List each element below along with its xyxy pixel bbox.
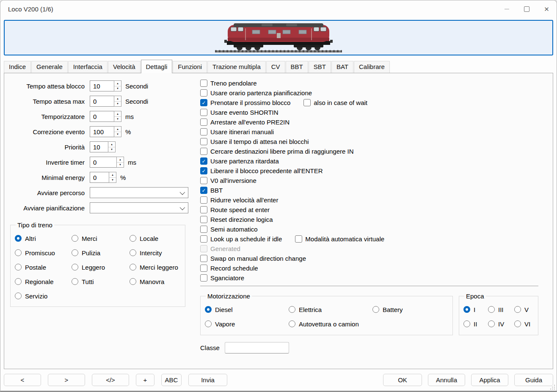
motor-option-elettrica[interactable]: Elettrica — [289, 305, 372, 314]
tab-interfaccia[interactable]: Interfaccia — [68, 61, 108, 73]
spin-up-icon[interactable]: ▲ — [109, 172, 116, 178]
radio-icon[interactable] — [72, 278, 78, 285]
train-type-option-postale[interactable]: Postale — [15, 262, 72, 272]
semi-automatico-checkbox[interactable] — [200, 226, 207, 233]
correzione-evento-value[interactable]: 100 — [90, 126, 114, 137]
record-schedule-label[interactable]: Record schedule — [210, 265, 258, 272]
motor-option-autovettura-o-camion[interactable]: Autovettura o camion — [289, 319, 372, 329]
usare-orario-partenza-pianificazione-label[interactable]: Usare orario partenza pianificazione — [210, 89, 312, 97]
radio-icon[interactable] — [130, 249, 136, 256]
tab-indice[interactable]: Indice — [4, 61, 31, 73]
sganciatore-label[interactable]: Sganciatore — [210, 274, 244, 282]
ok-button[interactable]: OK — [383, 374, 422, 386]
applica-button[interactable]: Applica — [471, 374, 508, 386]
temporizzatore-value[interactable]: 0 — [90, 111, 114, 122]
radio-icon[interactable] — [205, 306, 212, 313]
radio-icon[interactable] — [130, 264, 136, 271]
train-type-option-promiscuo[interactable]: Promiscuo — [15, 248, 72, 257]
semi-automatico-label[interactable]: Semi automatico — [210, 226, 258, 233]
invertire-timer-spinner[interactable]: 0▲▼ — [90, 157, 124, 168]
look-up-a-schedule-if-idle-label[interactable]: Look up a schedule if idle — [210, 235, 282, 243]
spin-down-icon[interactable]: ▼ — [114, 132, 121, 137]
route-speed-at-enter-checkbox[interactable] — [200, 206, 207, 213]
tab-generale[interactable]: Generale — [31, 61, 68, 73]
avviare-percorso-combobox[interactable] — [90, 187, 188, 198]
arrestare-all-evento-pre2in-label[interactable]: Arrestare all'evento PRE2IN — [210, 119, 290, 126]
radio-icon[interactable] — [289, 306, 295, 313]
usare-itinerari-manuali-label[interactable]: Usare itinerari manuali — [210, 128, 274, 135]
minimize-button[interactable] — [497, 0, 517, 17]
spin-up-icon[interactable]: ▲ — [114, 111, 121, 117]
record-schedule-checkbox[interactable] — [200, 265, 207, 272]
tempo-attesa-blocco-value[interactable]: 10 — [90, 80, 114, 91]
spin-up-icon[interactable]: ▲ — [117, 157, 124, 163]
modalit-automatica-virtuale-checkbox[interactable] — [295, 235, 302, 243]
radio-icon[interactable] — [289, 320, 295, 327]
usare-orario-partenza-pianificazione-checkbox[interactable] — [200, 89, 207, 97]
train-type-option-locale[interactable]: Locale — [130, 234, 185, 243]
close-button[interactable]: ✕ — [537, 0, 557, 17]
priorit-spinner[interactable]: 10▲▼ — [90, 141, 116, 152]
resize-grip-icon[interactable] — [550, 384, 555, 390]
epoch-option-vi[interactable]: VI — [514, 319, 538, 329]
bbt-checkbox[interactable] — [200, 187, 207, 194]
ridurre-velocit-all-enter-label[interactable]: Ridurre velocità all'enter — [210, 196, 278, 204]
tab-bat[interactable]: BAT — [331, 61, 353, 73]
radio-icon[interactable] — [72, 235, 78, 242]
epoch-option-iv[interactable]: IV — [488, 319, 514, 329]
tab-calibrare[interactable]: Calibrare — [354, 61, 390, 73]
prev-button[interactable]: < — [4, 374, 41, 386]
tempo-attesa-max-value[interactable]: 0 — [90, 96, 114, 107]
train-type-option-regionale[interactable]: Regionale — [15, 277, 72, 286]
usare-il-tempo-di-attesa-nei-blocchi-checkbox[interactable] — [200, 138, 207, 145]
correzione-evento-spinner[interactable]: 100▲▼ — [90, 126, 121, 137]
train-type-option-manovra[interactable]: Manovra — [130, 277, 185, 286]
spin-down-icon[interactable]: ▼ — [109, 178, 116, 183]
avviare-pianificazione-combobox[interactable] — [90, 202, 188, 213]
route-speed-at-enter-label[interactable]: Route speed at enter — [210, 206, 270, 213]
radio-icon[interactable] — [372, 306, 379, 313]
radio-icon[interactable] — [15, 249, 22, 256]
motor-option-diesel[interactable]: Diesel — [205, 305, 289, 314]
motor-option-battery[interactable]: Battery — [372, 305, 452, 314]
usare-evento-shortin-label[interactable]: Usare evento SHORTIN — [210, 109, 278, 116]
radio-icon[interactable] — [15, 264, 22, 271]
tab-cv[interactable]: CV — [266, 61, 285, 73]
motor-option-vapore[interactable]: Vapore — [205, 319, 289, 329]
epoch-option-i[interactable]: I — [463, 305, 488, 314]
train-type-option-servizio[interactable]: Servizio — [15, 291, 72, 301]
liberare-il-blocco-precedente-all-enter-label[interactable]: Liberare il blocco precedente all'ENTER — [210, 167, 323, 174]
train-type-option-altri[interactable]: Altri — [15, 234, 72, 243]
cercare-destinazioni-libere-prima-di-raggiungere-in-checkbox[interactable] — [200, 148, 207, 155]
radio-icon[interactable] — [463, 320, 470, 327]
spin-down-icon[interactable]: ▼ — [108, 147, 115, 152]
epoch-option-v[interactable]: V — [514, 305, 538, 314]
epoch-option-iii[interactable]: III — [488, 305, 514, 314]
spin-down-icon[interactable]: ▼ — [114, 86, 121, 91]
maximize-button[interactable] — [517, 0, 537, 17]
ridurre-velocit-all-enter-checkbox[interactable] — [200, 196, 207, 204]
plus-button[interactable]: + — [136, 374, 154, 386]
epoch-option-ii[interactable]: II — [463, 319, 488, 329]
radio-icon[interactable] — [72, 264, 78, 271]
treno-pendolare-checkbox[interactable] — [200, 80, 207, 87]
spin-down-icon[interactable]: ▼ — [114, 102, 121, 107]
spin-up-icon[interactable]: ▲ — [114, 127, 121, 132]
also-in-case-of-wait-checkbox[interactable] — [303, 99, 311, 106]
spin-down-icon[interactable]: ▼ — [114, 117, 121, 122]
arrestare-all-evento-pre2in-checkbox[interactable] — [200, 119, 207, 126]
radio-icon[interactable] — [488, 306, 495, 313]
train-type-option-tutti[interactable]: Tutti — [72, 277, 130, 286]
radio-icon[interactable] — [130, 235, 136, 242]
priorit-value[interactable]: 10 — [90, 141, 108, 152]
usare-partenza-ritardata-checkbox[interactable] — [200, 157, 207, 165]
classe-input[interactable] — [225, 342, 289, 353]
code-button[interactable]: </> — [92, 374, 129, 386]
usare-il-tempo-di-attesa-nei-blocchi-label[interactable]: Usare il tempo di attesa nei blocchi — [210, 138, 309, 145]
radio-icon[interactable] — [15, 235, 22, 242]
spin-down-icon[interactable]: ▼ — [117, 163, 124, 168]
annulla-button[interactable]: Annulla — [428, 374, 465, 386]
train-type-option-merci[interactable]: Merci — [72, 234, 130, 243]
next-button[interactable]: > — [48, 374, 85, 386]
spin-up-icon[interactable]: ▲ — [108, 142, 115, 147]
